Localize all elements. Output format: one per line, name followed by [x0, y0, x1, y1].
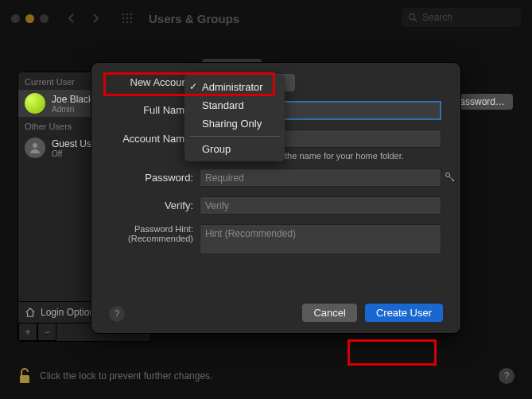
help-button[interactable]: ?: [499, 368, 515, 384]
svg-line-10: [414, 19, 417, 21]
svg-point-11: [33, 143, 37, 148]
svg-point-4: [126, 17, 129, 20]
menu-item-sharing-only[interactable]: Sharing Only: [184, 114, 285, 133]
svg-point-3: [122, 17, 125, 20]
label-verify: Verify:: [111, 200, 200, 212]
lock-message: Click the lock to prevent further change…: [40, 370, 212, 382]
titlebar: Users & Groups Search: [0, 0, 532, 37]
user-name: Joe Black: [52, 94, 93, 105]
avatar: [25, 93, 45, 114]
create-user-button[interactable]: Create User: [365, 304, 443, 322]
cancel-button[interactable]: Cancel: [302, 304, 356, 322]
close-window-button[interactable]: [11, 14, 20, 23]
key-icon[interactable]: [445, 172, 456, 183]
menu-item-standard[interactable]: Standard: [184, 96, 285, 114]
svg-rect-12: [20, 375, 29, 383]
svg-point-9: [410, 14, 415, 20]
search-placeholder: Search: [422, 12, 452, 23]
password-field[interactable]: Required: [200, 169, 441, 187]
svg-point-5: [130, 17, 133, 20]
svg-point-7: [126, 21, 129, 24]
window-controls: [11, 14, 49, 23]
forward-button[interactable]: [85, 10, 106, 27]
svg-point-8: [130, 21, 133, 24]
menu-separator: [189, 136, 280, 137]
fullscreen-window-button[interactable]: [40, 14, 49, 23]
avatar: [25, 138, 45, 158]
user-role: Admin: [52, 105, 93, 114]
search-input[interactable]: Search: [402, 8, 521, 27]
lock-row: Click the lock to prevent further change…: [17, 367, 515, 385]
svg-point-13: [446, 173, 450, 177]
svg-point-2: [130, 14, 133, 16]
show-all-icon[interactable]: [118, 10, 136, 27]
window-title: Users & Groups: [149, 12, 239, 25]
remove-user-button[interactable]: −: [37, 323, 56, 341]
password-hint-field[interactable]: Hint (Recommended): [200, 224, 441, 254]
nav-arrows: [61, 10, 106, 27]
menu-item-group[interactable]: Group: [184, 140, 285, 158]
svg-point-6: [122, 21, 125, 24]
account-type-menu: Administrator Standard Sharing Only Grou…: [184, 75, 285, 161]
home-icon: [25, 307, 36, 318]
menu-item-administrator[interactable]: Administrator: [184, 78, 285, 96]
unlock-icon[interactable]: [17, 367, 32, 385]
back-button[interactable]: [61, 10, 82, 27]
minimize-window-button[interactable]: [25, 14, 34, 23]
svg-point-1: [126, 14, 129, 16]
search-icon: [408, 13, 417, 22]
svg-point-0: [122, 14, 125, 16]
verify-field[interactable]: Verify: [200, 196, 441, 215]
label-password-hint: Password Hint: (Recommended): [111, 224, 200, 243]
sheet-help-button[interactable]: ?: [109, 306, 125, 322]
add-user-button[interactable]: +: [18, 323, 37, 341]
label-password: Password:: [111, 172, 200, 184]
